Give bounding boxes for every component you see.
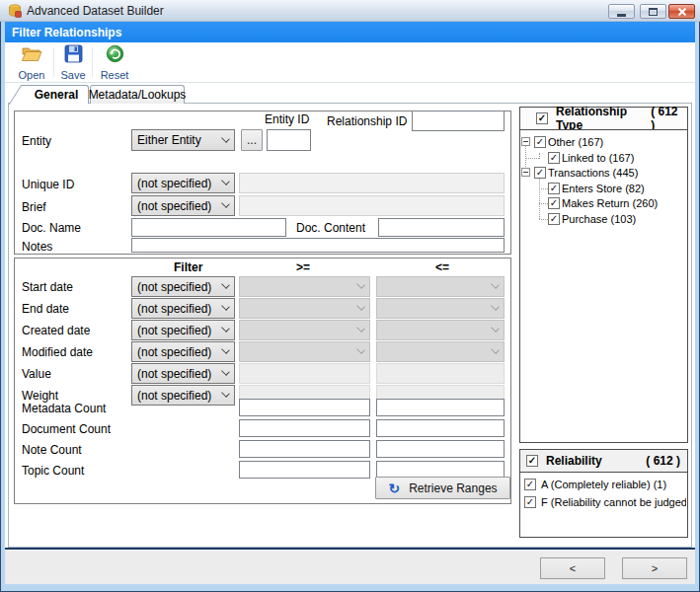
tree-item-label: Transactions (445) — [548, 167, 638, 179]
tree-item-purchase[interactable]: ✓ Purchase (103) — [548, 212, 636, 226]
note-count-lte-input[interactable] — [376, 440, 505, 458]
titlebar[interactable]: Advanced Dataset Builder — [0, 0, 700, 22]
chevron-down-icon — [221, 367, 230, 376]
start-date-filter-select[interactable]: (not specified) — [131, 276, 235, 297]
entity-id-label: Entity ID — [265, 112, 309, 126]
metadata-count-lte-input[interactable] — [376, 399, 505, 416]
tree-checkbox[interactable]: ✓ — [548, 213, 560, 225]
brief-label: Brief — [22, 200, 46, 214]
window-frame-left — [1, 22, 5, 586]
relationship-id-label: Relationship ID — [327, 114, 407, 128]
chevron-down-icon — [491, 345, 500, 354]
entity-browse-button[interactable]: ... — [241, 129, 263, 151]
unique-id-select-value: (not specified) — [137, 177, 211, 190]
filter-column-header: Filter — [174, 260, 202, 274]
modified-date-gte-picker — [239, 341, 370, 362]
chevron-down-icon — [491, 302, 500, 311]
chevron-down-icon — [221, 345, 230, 354]
entity-id-input[interactable] — [267, 129, 311, 151]
chevron-down-icon — [221, 302, 230, 311]
next-label: > — [652, 562, 658, 574]
value-label: Value — [22, 367, 51, 381]
relationship-id-input[interactable] — [412, 111, 505, 131]
chevron-down-icon — [221, 177, 230, 185]
reset-button[interactable]: Reset — [95, 44, 134, 81]
reliability-title: Reliability — [546, 454, 602, 468]
topic-count-gte-input[interactable] — [239, 461, 370, 479]
relationship-type-checkbox[interactable]: ✓ — [536, 112, 548, 124]
previous-page-button[interactable]: < — [540, 557, 605, 579]
previous-label: < — [570, 562, 576, 574]
entity-select[interactable]: Either Entity — [131, 129, 235, 151]
page-title: Filter Relationships — [5, 22, 695, 42]
weight-filter-select[interactable]: (not specified) — [131, 385, 235, 406]
close-button[interactable] — [668, 4, 695, 19]
chevron-down-icon — [221, 389, 230, 398]
toolbar-separator — [92, 47, 93, 77]
browse-label: ... — [247, 133, 257, 147]
reliability-item-checkbox[interactable]: ✓ — [524, 479, 536, 490]
close-icon — [677, 7, 687, 17]
end-date-filter-select[interactable]: (not specified) — [131, 298, 235, 319]
reset-label: Reset — [101, 70, 129, 81]
collapse-icon[interactable] — [521, 137, 530, 146]
reliability-item-label: A (Completely reliable) (1) — [541, 479, 666, 490]
document-count-lte-input[interactable] — [376, 419, 505, 437]
open-button[interactable]: Open — [13, 44, 50, 81]
brief-select[interactable]: (not specified) — [131, 195, 235, 216]
collapse-icon[interactable] — [521, 168, 530, 177]
refresh-icon: ↻ — [388, 481, 400, 495]
app-window: Advanced Dataset Builder Filter Relation… — [0, 0, 700, 592]
reliability-item-a[interactable]: ✓ A (Completely reliable) (1) — [524, 478, 686, 491]
next-page-button[interactable]: > — [622, 557, 687, 579]
created-date-filter-select[interactable]: (not specified) — [131, 320, 235, 340]
value-filter-select[interactable]: (not specified) — [131, 363, 235, 384]
window-title: Advanced Dataset Builder — [27, 4, 164, 18]
tree-connector — [539, 203, 548, 204]
tree-checkbox[interactable]: ✓ — [548, 183, 560, 194]
tab-general[interactable]: General — [24, 85, 89, 104]
reliability-item-f[interactable]: ✓ F (Reliability cannot be judged) (611) — [524, 495, 686, 509]
relationship-type-count: ( 612 ) — [651, 105, 687, 132]
lte-column-header: <= — [435, 260, 449, 274]
modified-date-filter-select[interactable]: (not specified) — [131, 341, 235, 362]
tree-item-enters-store[interactable]: ✓ Enters Store (82) — [548, 182, 645, 195]
tree-item-other[interactable]: ✓ Other (167) — [534, 135, 603, 149]
tree-checkbox[interactable]: ✓ — [534, 136, 546, 148]
value-filter-value: (not specified) — [137, 367, 211, 381]
reliability-checkbox[interactable]: ✓ — [526, 455, 538, 467]
notes-input[interactable] — [131, 238, 505, 253]
retrieve-ranges-button[interactable]: ↻ Retrieve Ranges — [375, 477, 510, 499]
notes-label: Notes — [22, 240, 52, 254]
doc-content-input[interactable] — [378, 218, 505, 237]
unique-id-select[interactable]: (not specified) — [131, 173, 235, 193]
tree-checkbox[interactable]: ✓ — [534, 167, 546, 179]
tree-checkbox[interactable]: ✓ — [548, 197, 560, 209]
maximize-button[interactable] — [640, 4, 666, 19]
minimize-button[interactable] — [608, 4, 635, 19]
metadata-count-gte-input[interactable] — [239, 399, 370, 416]
note-count-label: Note Count — [22, 443, 82, 457]
document-count-gte-input[interactable] — [239, 419, 370, 437]
weight-label: Weight — [22, 389, 58, 403]
entity-select-value: Either Entity — [137, 133, 201, 147]
tree-checkbox[interactable]: ✓ — [548, 152, 560, 164]
window-frame-right — [695, 22, 699, 586]
start-date-label: Start date — [22, 280, 73, 294]
brief-select-value: (not specified) — [137, 199, 211, 213]
chevron-down-icon — [491, 324, 500, 333]
reliability-item-checkbox[interactable]: ✓ — [524, 496, 536, 508]
end-date-gte-picker — [239, 298, 370, 319]
tree-connector — [526, 158, 539, 159]
tree-item-linked-to[interactable]: ✓ Linked to (167) — [548, 151, 634, 165]
tree-item-transactions[interactable]: ✓ Transactions (445) — [534, 166, 638, 180]
doc-name-input[interactable] — [131, 218, 286, 237]
save-button[interactable]: Save — [56, 44, 90, 81]
document-count-label: Document Count — [22, 422, 111, 436]
unique-id-value-box — [239, 173, 505, 193]
tree-connector — [539, 219, 548, 220]
note-count-gte-input[interactable] — [239, 440, 370, 458]
tree-item-makes-return[interactable]: ✓ Makes Return (260) — [548, 196, 658, 210]
tab-metadata-lookups[interactable]: Metadata/Lookups — [90, 85, 185, 104]
unique-id-label: Unique ID — [22, 178, 74, 191]
